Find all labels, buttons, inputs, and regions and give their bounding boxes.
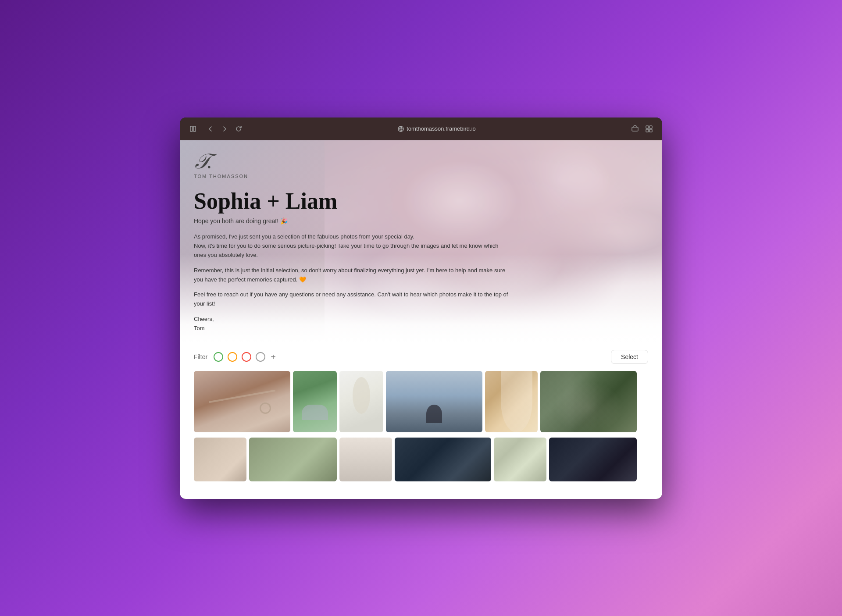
browser-window: tomthomasson.framebird.io xyxy=(180,118,662,499)
sidebar-toggle-button[interactable] xyxy=(187,123,199,135)
svg-rect-3 xyxy=(646,126,649,128)
svg-rect-0 xyxy=(190,126,193,132)
photo-12[interactable] xyxy=(549,438,637,481)
photo-2[interactable] xyxy=(293,371,337,432)
tab-view-button[interactable] xyxy=(643,123,655,135)
photo-7[interactable] xyxy=(194,438,246,481)
white-section: Filter + Select xyxy=(180,342,662,492)
signature: Cheers, Tom xyxy=(194,315,510,333)
browser-navigation xyxy=(204,123,245,135)
filter-add-button[interactable]: + xyxy=(271,353,276,361)
back-button[interactable] xyxy=(204,123,217,135)
photo-1[interactable] xyxy=(194,371,290,432)
photo-9[interactable] xyxy=(339,438,392,481)
message-line-1: As promised, I've just sent you a select… xyxy=(194,232,510,260)
filter-label: Filter xyxy=(194,353,207,360)
filter-green[interactable] xyxy=(214,352,223,362)
svg-rect-4 xyxy=(649,126,652,128)
message-line-3: Feel free to reach out if you have any q… xyxy=(194,290,510,309)
hero-text-content: Sophia + Liam Hope you both are doing gr… xyxy=(194,188,648,342)
message-line-2: Remember, this is just the initial selec… xyxy=(194,266,510,285)
greeting-text: Hope you both are doing great! 🎉 xyxy=(194,217,648,224)
photo-3[interactable] xyxy=(339,371,383,432)
photo-5[interactable] xyxy=(485,371,538,432)
photo-8[interactable] xyxy=(249,438,337,481)
gallery-row-2 xyxy=(194,435,648,481)
photo-4[interactable] xyxy=(386,371,482,432)
browser-actions xyxy=(629,123,655,135)
share-button[interactable] xyxy=(629,123,641,135)
address-bar[interactable]: tomthomasson.framebird.io xyxy=(250,125,624,132)
logo-area: 𝒯. TOM THOMASSON xyxy=(194,151,248,179)
gallery-row-1 xyxy=(194,371,648,432)
page-content: 𝒯. TOM THOMASSON Sophia + Liam Hope you … xyxy=(180,140,662,499)
svg-rect-5 xyxy=(646,129,649,132)
hero-section: 𝒯. TOM THOMASSON Sophia + Liam Hope you … xyxy=(180,140,662,342)
filter-gray[interactable] xyxy=(256,352,265,362)
filter-bar: Filter + Select xyxy=(194,342,648,371)
svg-rect-2 xyxy=(632,127,638,131)
svg-rect-1 xyxy=(193,126,196,132)
browser-chrome: tomthomasson.framebird.io xyxy=(180,118,662,140)
photo-10[interactable] xyxy=(395,438,491,481)
select-button[interactable]: Select xyxy=(611,350,648,364)
message-block: As promised, I've just sent you a select… xyxy=(194,232,510,333)
refresh-button[interactable] xyxy=(232,123,245,135)
photo-11[interactable] xyxy=(494,438,546,481)
forward-button[interactable] xyxy=(218,123,231,135)
photo-6[interactable] xyxy=(540,371,637,432)
filter-left: Filter + xyxy=(194,352,276,362)
svg-rect-6 xyxy=(649,129,652,132)
logo-name: TOM THOMASSON xyxy=(194,174,248,179)
filter-orange[interactable] xyxy=(228,352,237,362)
url-text: tomthomasson.framebird.io xyxy=(407,125,476,132)
filter-red[interactable] xyxy=(242,352,251,362)
logo-monogram: 𝒯. xyxy=(194,151,248,172)
couple-name: Sophia + Liam xyxy=(194,188,648,214)
